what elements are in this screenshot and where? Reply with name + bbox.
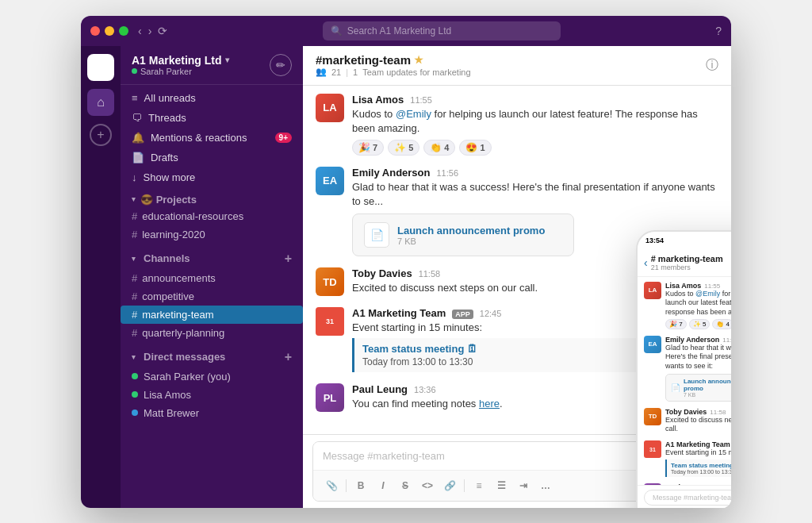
- dm-section-toggle[interactable]: ▾ Direct messages: [132, 351, 225, 363]
- dm-item-matt-brewer[interactable]: Matt Brewer: [121, 404, 303, 422]
- msg-content-1: Lisa Amos 11:55 Kudos to @Emily for help…: [352, 94, 718, 156]
- italic-button[interactable]: I: [373, 475, 393, 496]
- nav-item-all-unreads[interactable]: ≡ All unreads: [121, 88, 303, 108]
- home-icon[interactable]: ⌂: [87, 89, 114, 116]
- channel-hash-icon: #: [132, 290, 137, 302]
- phone-msg-header-2: Emily Anderson 11:56: [665, 336, 731, 344]
- phone-file-attachment[interactable]: 📄 Launch announcement promo 7 KB: [665, 374, 731, 402]
- phone-avatar-a1: 31: [644, 440, 661, 458]
- projects-section-toggle[interactable]: ▾ 😎 Projects: [121, 187, 303, 207]
- nav-item-drafts[interactable]: 📄 Drafts: [121, 148, 303, 167]
- add-dm-button[interactable]: +: [285, 350, 292, 364]
- sidebar-strip: ⌂ +: [81, 46, 121, 508]
- all-unreads-icon: ≡: [132, 92, 138, 104]
- msg-time: 11:56: [436, 168, 458, 178]
- phone-avatar-emily: EA: [644, 336, 661, 353]
- strikethrough-button[interactable]: S: [395, 475, 416, 496]
- channel-item-quarterly-planning[interactable]: # quarterly-planning: [121, 324, 303, 342]
- toggle-arrow-icon: ▾: [132, 195, 136, 203]
- msg-author: A1 Marketing Team: [352, 307, 446, 319]
- indent-button[interactable]: ⇥: [513, 475, 534, 496]
- phone-msg-author: A1 Marketing Team: [665, 440, 730, 448]
- forward-button[interactable]: ›: [148, 25, 152, 37]
- nav-item-threads[interactable]: 🗨 Threads: [121, 108, 303, 128]
- msg-header-2: Emily Anderson 11:56: [352, 167, 718, 179]
- phone-msg-text-2: Glad to hear that it was a success! Here…: [665, 344, 731, 371]
- toolbar-separator: [346, 479, 347, 492]
- nav-item-mentions[interactable]: 🔔 Mentions & reactions 9+: [121, 128, 303, 148]
- back-button[interactable]: ‹: [138, 25, 142, 37]
- msg-author: Lisa Amos: [352, 94, 404, 106]
- channel-item-learning-2020[interactable]: # learning-2020: [121, 225, 303, 244]
- channel-info-button[interactable]: ⓘ: [706, 57, 718, 74]
- main-layout: ⌂ + A1 Marketing Ltd ▾ Sarah Parker: [81, 46, 731, 508]
- phone-event-card: Team status meeting 🗓 Today from 13:00 t…: [665, 460, 731, 477]
- channel-hash-icon: #: [132, 327, 137, 339]
- reaction-clap[interactable]: 👏 4: [423, 140, 455, 156]
- phone-msg-header-4: A1 Marketing Team APP 12:45: [665, 440, 731, 448]
- search-bar[interactable]: 🔍: [323, 21, 561, 40]
- close-button[interactable]: [90, 26, 100, 36]
- avatar-paul-leung: PL: [316, 383, 344, 412]
- attach-button[interactable]: 📎: [321, 475, 342, 496]
- maximize-button[interactable]: [119, 26, 128, 36]
- link-button[interactable]: 🔗: [439, 475, 460, 496]
- phone-message-3: TD Toby Davies 11:58 Excited to discuss …: [644, 408, 731, 434]
- reaction-heart-eyes[interactable]: 😍 1: [459, 140, 491, 156]
- channel-item-marketing-team[interactable]: # marketing-team: [121, 306, 303, 324]
- avatar-emily-anderson: EA: [316, 167, 344, 195]
- code-button[interactable]: <>: [417, 475, 438, 496]
- star-icon[interactable]: ★: [414, 54, 423, 66]
- search-input[interactable]: [347, 25, 553, 37]
- help-button[interactable]: ?: [715, 25, 722, 37]
- msg-author: Emily Anderson: [352, 167, 430, 179]
- channel-item-competitive[interactable]: # competitive: [121, 287, 303, 306]
- avatar-a1-marketing: 31: [316, 307, 344, 336]
- phone-file-info: Launch announcement promo 7 KB: [684, 378, 731, 398]
- dm-item-lisa-amos[interactable]: Lisa Amos: [121, 386, 303, 404]
- app-window: ‹ › ⟳ 🔍 ? ⌂ + A1 Marketing Ltd: [81, 16, 731, 508]
- reaction-sparkles[interactable]: ✨ 5: [388, 140, 419, 156]
- reactions-1: 🎉 7 ✨ 5 👏 4 😍 1: [352, 140, 718, 156]
- meeting-notes-link[interactable]: here: [479, 398, 500, 410]
- mention-emily: @Emily: [396, 108, 431, 120]
- dm-item-sarah-parker[interactable]: Sarah Parker (you): [121, 367, 303, 386]
- channel-meta: 👥 21 | 1 Team updates for marketing: [316, 67, 698, 77]
- chevron-down-icon: ▾: [225, 56, 229, 64]
- channels-section-toggle[interactable]: ▾ Channels: [132, 252, 190, 264]
- file-info: Launch announcement promo 7 KB: [397, 225, 545, 246]
- channel-header: #marketing-team ★ 👥 21 | 1 Team updates …: [303, 46, 731, 86]
- add-channel-button[interactable]: +: [285, 252, 292, 266]
- phone-message-2: EA Emily Anderson 11:56 Glad to hear tha…: [644, 336, 731, 402]
- file-name[interactable]: Launch announcement promo: [397, 225, 545, 237]
- msg-time: 12:45: [480, 309, 502, 318]
- phone-channel-header: ‹ # marketing-team 21 members ⊞ ⓘ: [638, 249, 731, 277]
- workspace-user: Sarah Parker: [132, 67, 229, 76]
- reaction-party[interactable]: 🎉 7: [352, 140, 384, 156]
- history-button[interactable]: ⟳: [158, 25, 167, 37]
- channel-title-area: #marketing-team ★ 👥 21 | 1 Team updates …: [316, 53, 698, 77]
- workspace-icon[interactable]: [87, 54, 114, 81]
- phone-status-bar: 13:54 ▲▲▲ WiFi ▮: [638, 232, 731, 249]
- phone-mockup: 13:54 ▲▲▲ WiFi ▮ ‹ # marketing-team 21 m…: [636, 230, 731, 508]
- bold-button[interactable]: B: [350, 475, 371, 496]
- file-attachment[interactable]: 📄 Launch announcement promo 7 KB: [352, 213, 574, 256]
- title-bar: ‹ › ⟳ 🔍 ?: [81, 16, 731, 46]
- more-formatting-button[interactable]: …: [535, 475, 556, 496]
- msg-header-1: Lisa Amos 11:55: [352, 94, 718, 106]
- nav-item-show-more[interactable]: ↓ Show more: [121, 167, 303, 187]
- workspace-name[interactable]: A1 Marketing Ltd ▾: [132, 54, 229, 67]
- phone-avatar-toby: TD: [644, 408, 661, 425]
- compose-button[interactable]: ✏: [270, 54, 292, 76]
- phone-reaction-clap[interactable]: 👏 4: [712, 319, 731, 329]
- phone-input-box[interactable]: Message #marketing-team: [644, 490, 731, 506]
- minimize-button[interactable]: [105, 26, 114, 36]
- channel-item-announcements[interactable]: # announcements: [121, 269, 303, 287]
- ordered-list-button[interactable]: ≡: [469, 475, 489, 496]
- unordered-list-button[interactable]: ☰: [491, 475, 511, 496]
- channel-item-educational-resources[interactable]: # educational-resources: [121, 207, 303, 225]
- phone-back-button[interactable]: ‹: [644, 256, 648, 269]
- phone-reaction-party[interactable]: 🎉 7: [665, 319, 687, 329]
- phone-reaction-sparkles[interactable]: ✨ 5: [689, 319, 710, 329]
- add-workspace-button[interactable]: +: [90, 124, 112, 146]
